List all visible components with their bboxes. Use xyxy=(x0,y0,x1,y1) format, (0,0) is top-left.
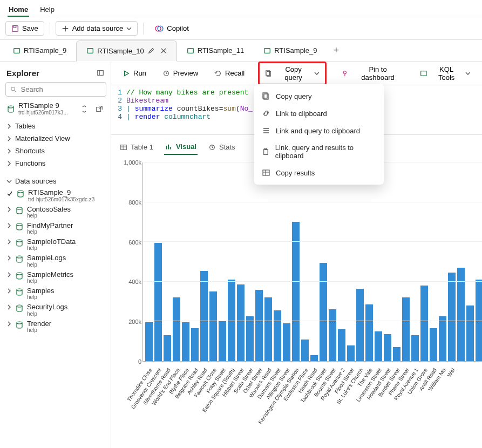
svg-point-18 xyxy=(17,256,22,258)
search-input[interactable] xyxy=(20,85,101,94)
menu-link-and-query[interactable]: Link and query to clipboard xyxy=(254,122,384,139)
chart-icon xyxy=(165,143,173,151)
menu-help[interactable]: Help xyxy=(39,3,56,17)
bar[interactable] xyxy=(154,243,162,361)
ds-name: RTISample_9 xyxy=(28,189,94,196)
bar[interactable] xyxy=(274,310,281,361)
pencil-icon[interactable] xyxy=(147,47,155,55)
bar[interactable] xyxy=(191,328,199,361)
recall-icon xyxy=(214,70,222,77)
bar[interactable] xyxy=(457,268,465,361)
tab-rtisample-11[interactable]: RTISample_11 xyxy=(177,40,254,61)
data-source-item[interactable]: SampleIoTDatahelp xyxy=(5,236,106,253)
copy-query-menu: Copy query Link to clipboard Link and qu… xyxy=(254,84,384,185)
menu-copy-results[interactable]: Copy results xyxy=(254,164,384,181)
bar[interactable] xyxy=(439,316,446,361)
bar[interactable] xyxy=(264,297,272,361)
menu-item-label: Copy query xyxy=(276,92,311,100)
db-open-button[interactable] xyxy=(93,103,105,115)
bar[interactable] xyxy=(200,271,208,361)
bar[interactable] xyxy=(164,335,171,361)
bar[interactable] xyxy=(356,289,364,361)
tree-section[interactable]: Shortcuts xyxy=(5,145,106,157)
bar[interactable] xyxy=(292,222,300,361)
bar[interactable] xyxy=(402,297,410,361)
bar[interactable] xyxy=(209,291,217,361)
bar[interactable] xyxy=(411,335,419,361)
tree-section[interactable]: Tables xyxy=(5,120,106,132)
x-label: William Mo xyxy=(438,364,446,448)
bar[interactable] xyxy=(283,323,290,361)
save-button[interactable]: Save xyxy=(5,21,44,36)
pin-to-dashboard-button[interactable]: Pin to dashboard xyxy=(335,62,410,85)
copilot-button[interactable]: Copilot xyxy=(149,21,194,36)
y-tick-label: 0 xyxy=(138,358,141,365)
result-tab-table[interactable]: Table 1 xyxy=(119,140,154,154)
bar[interactable] xyxy=(310,355,318,361)
preview-button[interactable]: Preview xyxy=(157,66,204,80)
bar[interactable] xyxy=(393,347,400,361)
bar[interactable] xyxy=(466,306,474,361)
add-data-source-button[interactable]: Add data source xyxy=(56,21,138,36)
bar[interactable] xyxy=(347,345,355,361)
bar[interactable] xyxy=(173,297,180,361)
menu-link-clipboard[interactable]: Link to clipboard xyxy=(254,105,384,122)
data-source-item[interactable]: SecurityLogshelp xyxy=(5,302,106,318)
result-tab-label: Visual xyxy=(176,142,196,151)
svg-point-19 xyxy=(17,273,22,275)
data-sources-heading[interactable]: Data sources xyxy=(5,175,106,187)
ds-sub: trd-hjut526m017k35xgdc.z3 xyxy=(28,197,94,202)
bar[interactable] xyxy=(219,321,226,361)
close-icon[interactable] xyxy=(160,47,167,54)
tab-rtisample-9-dup[interactable]: RTISample_9 xyxy=(254,40,327,61)
bar[interactable] xyxy=(237,284,245,361)
bar[interactable] xyxy=(420,286,428,361)
data-source-item[interactable]: Sampleshelp xyxy=(5,286,106,302)
bar[interactable] xyxy=(384,334,391,361)
tab-rtisample-10[interactable]: RTISample_10 xyxy=(76,40,176,62)
data-source-item[interactable]: FindMyPartnerhelp xyxy=(5,220,106,236)
database-picker[interactable]: RTISample 9 trd-hjut526m017k3... xyxy=(5,100,106,118)
kql-tools-button[interactable]: KQL Tools xyxy=(414,62,477,85)
chevron-right-icon xyxy=(6,239,12,245)
tab-rtisample-9[interactable]: RTISample_9 xyxy=(3,40,76,61)
collapse-panel-button[interactable] xyxy=(94,67,106,79)
data-source-item[interactable]: ContosoSaleshelp xyxy=(5,204,106,220)
bar[interactable] xyxy=(182,322,189,361)
bar[interactable] xyxy=(320,263,327,361)
run-button[interactable]: Run xyxy=(117,66,152,80)
bar[interactable] xyxy=(329,309,336,361)
data-source-item[interactable]: SampleMetricshelp xyxy=(5,269,106,286)
data-source-item[interactable]: RTISample_9trd-hjut526m017k35xgdc.z3 xyxy=(5,187,106,203)
db-expand-toggle[interactable] xyxy=(78,103,90,115)
bar[interactable] xyxy=(365,304,373,361)
chevron-down-icon xyxy=(6,179,12,184)
bar[interactable] xyxy=(375,331,382,361)
svg-point-20 xyxy=(17,289,22,291)
menu-link-query-results[interactable]: Link, query and results to clipboard xyxy=(254,139,384,164)
x-label: Wel xyxy=(447,364,455,448)
ds-name: ContosoSales xyxy=(27,206,71,213)
menu-copy-query[interactable]: Copy query xyxy=(254,87,384,105)
bar[interactable] xyxy=(246,316,254,361)
bar[interactable] xyxy=(301,340,309,361)
data-source-item[interactable]: Trenderhelp xyxy=(5,318,106,335)
recall-button[interactable]: Recall xyxy=(208,66,250,80)
bar[interactable] xyxy=(145,322,153,361)
bar[interactable] xyxy=(448,273,456,361)
data-source-item[interactable]: SampleLogshelp xyxy=(5,253,106,269)
bar[interactable] xyxy=(430,328,437,361)
tree-section[interactable]: Functions xyxy=(5,157,106,169)
result-tab-stats[interactable]: Stats xyxy=(207,140,236,154)
search-box[interactable] xyxy=(5,82,106,97)
tab-add-button[interactable]: + xyxy=(327,45,345,56)
tab-label: RTISample_9 xyxy=(24,46,66,55)
database-icon xyxy=(15,222,24,231)
check-icon xyxy=(6,191,13,197)
menu-home[interactable]: Home xyxy=(8,3,29,17)
result-tab-visual[interactable]: Visual xyxy=(164,139,198,155)
tree-section[interactable]: Materialized View xyxy=(5,132,106,145)
bar[interactable] xyxy=(255,290,263,361)
bar[interactable] xyxy=(338,329,345,361)
copy-query-button[interactable]: Copy query xyxy=(258,62,327,85)
